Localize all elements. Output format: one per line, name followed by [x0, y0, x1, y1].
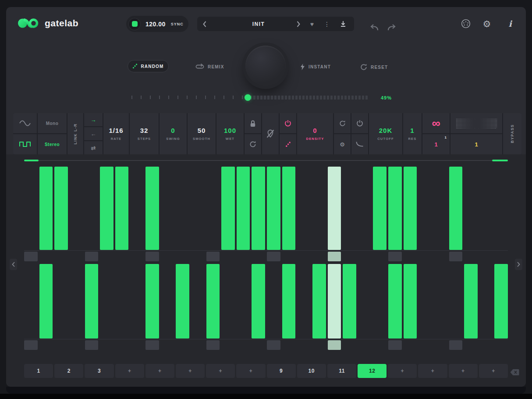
step-left-1[interactable] [24, 167, 38, 262]
pattern-slot-4[interactable]: + [115, 364, 144, 378]
step-right-12[interactable] [191, 264, 205, 351]
step-left-28[interactable] [434, 167, 447, 262]
param-rate[interactable]: 1/16RATE [103, 113, 129, 154]
link-lr-button[interactable]: LINK L-R [67, 113, 83, 154]
preset-menu-icon[interactable]: ⋮ [324, 21, 330, 27]
dither-value-cell[interactable]: 1 [450, 134, 502, 154]
density-param[interactable]: 0 DENSITY [297, 113, 333, 154]
dither-pattern-b-icon[interactable] [478, 118, 497, 128]
density-power-button[interactable] [280, 113, 296, 133]
play-stop-button[interactable] [128, 18, 141, 30]
step-right-29[interactable] [449, 264, 463, 351]
infinity-value-cell[interactable]: 1 1 [422, 134, 450, 154]
preset-next-button[interactable] [297, 21, 300, 27]
density-random-button[interactable] [280, 134, 296, 154]
loop-start-handle[interactable] [24, 160, 39, 161]
undo-button[interactable] [370, 24, 379, 31]
step-right-31[interactable] [479, 264, 493, 351]
direction-reverse-button[interactable]: ← [84, 127, 103, 140]
step-left-13[interactable] [206, 167, 220, 262]
pin-disable-button[interactable] [262, 113, 279, 154]
step-left-6[interactable] [100, 167, 113, 262]
pattern-slot-2[interactable]: 2 [54, 364, 83, 378]
preset-prev-button[interactable] [197, 17, 212, 31]
param-swing[interactable]: 0SWING [160, 113, 187, 154]
step-left-8[interactable] [130, 167, 144, 262]
step-left-29[interactable] [449, 167, 463, 262]
step-right-19[interactable] [297, 264, 311, 351]
param-wet[interactable]: 100WET [216, 113, 244, 154]
pattern-slot-14[interactable]: + [418, 364, 447, 378]
step-right-25[interactable] [388, 264, 402, 351]
pattern-slot-10[interactable]: 10 [297, 364, 326, 378]
step-right-13[interactable] [206, 264, 220, 351]
step-right-14[interactable] [221, 264, 235, 351]
stereo-button[interactable]: Stereo [38, 134, 67, 154]
cycle-settings-button[interactable]: ⚙ [334, 134, 351, 154]
param-steps[interactable]: 32STEPS [130, 113, 159, 154]
step-left-32[interactable] [494, 167, 508, 262]
step-right-15[interactable] [237, 264, 250, 351]
step-left-22[interactable] [343, 167, 356, 262]
bypass-button[interactable]: BYPASS [503, 113, 521, 154]
step-right-27[interactable] [419, 264, 432, 351]
step-right-1[interactable] [24, 264, 38, 351]
pattern-slot-13[interactable]: + [388, 364, 417, 378]
square-wave-button[interactable] [13, 134, 37, 154]
save-preset-icon[interactable] [340, 21, 346, 27]
info-button[interactable]: i [505, 19, 515, 28]
step-right-11[interactable] [176, 264, 189, 351]
step-right-6[interactable] [100, 264, 113, 351]
step-right-3[interactable] [54, 264, 68, 351]
slider-handle[interactable] [245, 94, 251, 101]
loop-end-handle[interactable] [492, 160, 508, 161]
filter-power-button[interactable] [351, 113, 368, 133]
direction-pingpong-button[interactable]: ⇄ [84, 141, 103, 154]
pattern-slot-6[interactable]: + [176, 364, 205, 378]
reset-button[interactable]: RESET [360, 64, 388, 71]
favorite-icon[interactable]: ♥ [310, 21, 314, 27]
step-right-20[interactable] [312, 264, 326, 351]
step-right-22[interactable] [343, 264, 356, 351]
filter-slope-button[interactable] [351, 134, 368, 154]
pattern-slot-3[interactable]: 3 [85, 364, 113, 378]
pattern-slot-15[interactable]: + [449, 364, 478, 378]
step-left-7[interactable] [115, 167, 129, 262]
step-left-2[interactable] [39, 167, 53, 262]
step-left-4[interactable] [70, 167, 83, 262]
infinity-button[interactable]: ∞ [422, 113, 450, 133]
step-left-5[interactable] [85, 167, 99, 262]
step-right-23[interactable] [358, 264, 372, 351]
sequencer-prev-button[interactable] [10, 259, 17, 270]
step-right-16[interactable] [252, 264, 265, 351]
step-left-14[interactable] [221, 167, 235, 262]
direction-forward-button[interactable]: → [84, 113, 103, 126]
step-left-18[interactable] [282, 167, 296, 262]
preset-name[interactable]: INIT [215, 17, 302, 31]
lock-button[interactable] [245, 113, 261, 133]
step-right-4[interactable] [70, 264, 83, 351]
step-left-31[interactable] [479, 167, 493, 262]
step-left-26[interactable] [404, 167, 417, 262]
step-right-24[interactable] [373, 264, 387, 351]
step-left-17[interactable] [267, 167, 280, 262]
step-right-17[interactable] [267, 264, 280, 351]
step-right-5[interactable] [85, 264, 99, 351]
cutoff-param[interactable]: 20K CUTOFF [369, 113, 402, 154]
step-left-3[interactable] [54, 167, 68, 262]
instant-button[interactable]: INSTANT [300, 64, 331, 70]
step-right-10[interactable] [161, 264, 174, 351]
res-param[interactable]: 1 RES [403, 113, 422, 154]
step-right-8[interactable] [130, 264, 144, 351]
step-right-21[interactable] [328, 264, 341, 351]
step-left-16[interactable] [252, 167, 265, 262]
step-right-9[interactable] [145, 264, 159, 351]
retrigger-button[interactable] [245, 134, 261, 154]
cycle-button[interactable] [334, 113, 351, 133]
pattern-slot-8[interactable]: + [236, 364, 265, 378]
step-left-24[interactable] [373, 167, 387, 262]
settings-button[interactable]: ⚙ [482, 19, 492, 28]
pattern-slot-16[interactable]: + [479, 364, 508, 378]
step-right-26[interactable] [404, 264, 417, 351]
step-left-25[interactable] [388, 167, 402, 262]
